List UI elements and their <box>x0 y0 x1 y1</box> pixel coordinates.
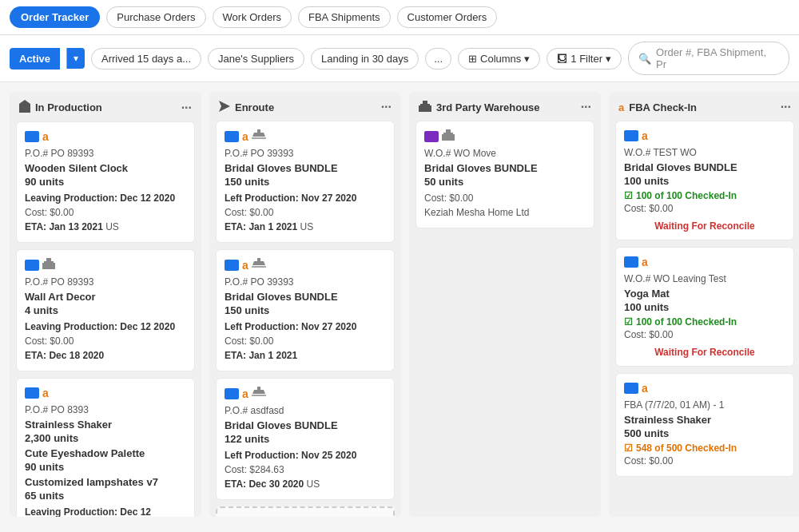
col-header-in-production: In Production··· <box>10 92 201 121</box>
blue-square-icon <box>624 130 638 141</box>
filter-bar: Active ▾ Arrived 15 days a... Jane's Sup… <box>0 35 799 82</box>
card-in-production-1[interactable]: P.O.# PO 89393Wall Art Decor4 unitsLeavi… <box>16 249 195 371</box>
card-detail-line: Left Production: Nov 27 2020 <box>225 320 386 334</box>
card-detail-line: Cost: $0.00 <box>25 205 186 220</box>
card-fba-check-in-2[interactable]: aFBA (7/7/20, 01 AM) - 1Strainless Shake… <box>615 373 794 477</box>
check-green-icon: ☑ <box>624 190 633 201</box>
columns-button[interactable]: ⊞ Columns ▾ <box>458 48 540 69</box>
card-units: 100 units <box>624 301 785 313</box>
card-po-label: P.O.# PO 89393 <box>25 148 186 159</box>
check-green-icon: ☑ <box>624 316 633 328</box>
svg-rect-7 <box>419 105 431 112</box>
card-title: Bridal Gloves BUNDLE <box>624 161 785 173</box>
customer-orders-tab[interactable]: Customer Orders <box>397 6 498 28</box>
card-extra-units: 90 units <box>25 461 186 473</box>
card-units: 50 units <box>424 176 586 188</box>
blue-square-icon <box>25 387 39 399</box>
blue-square-icon <box>225 388 239 399</box>
kanban-col-in-production: In Production···aP.O.# PO 89393Wooden Si… <box>10 92 201 517</box>
card-details: Leaving Production: Dec 12 2020Cost: $0.… <box>25 191 186 234</box>
card-icons-0 <box>424 129 586 143</box>
more-filters-button[interactable]: ... <box>425 48 451 69</box>
card-title: Bridal Gloves BUNDLE <box>225 291 386 303</box>
col-title-fba-check-in: FBA Check-In <box>629 101 697 113</box>
card-in-production-0[interactable]: aP.O.# PO 89393Wooden Silent Clock90 uni… <box>16 121 195 243</box>
active-button[interactable]: Active <box>10 48 60 69</box>
svg-rect-2 <box>46 258 51 261</box>
amazon-icon: a <box>42 130 49 143</box>
card-units: 90 units <box>25 176 186 188</box>
col-more-button-in-production[interactable]: ··· <box>181 101 192 115</box>
card-details: Leaving Production: Dec 12 2020Cost: $0.… <box>25 320 186 363</box>
col-header-left-enroute: Enroute <box>219 101 274 114</box>
fba-shipments-tab[interactable]: FBA Shipments <box>298 6 391 28</box>
card-detail-line: Leaving Production: Dec 12 2020 <box>25 191 186 205</box>
col-title-3rd-party-warehouse: 3rd Party Warehouse <box>436 101 540 113</box>
col-header-enroute: Enroute··· <box>209 92 401 121</box>
card-in-production-2[interactable]: aP.O.# PO 8393Strainless Shaker2,300 uni… <box>16 378 195 517</box>
order-tracker-button[interactable]: Order Tracker <box>10 6 100 28</box>
card-icons-2: a <box>225 387 386 400</box>
card-details: Left Production: Nov 27 2020Cost: $0.00E… <box>225 191 386 234</box>
check-orange-icon: ☑ <box>624 443 633 454</box>
svg-rect-1 <box>44 261 54 263</box>
ship-icon <box>252 129 266 143</box>
purchase-orders-tab[interactable]: Purchase Orders <box>106 6 205 28</box>
card-units: 150 units <box>225 176 386 188</box>
cards-container-enroute: aP.O.# PO 39393Bridal Gloves BUNDLE150 u… <box>209 121 401 517</box>
card-detail-line: ETA: Jan 13 2021 US <box>25 220 186 234</box>
svg-rect-10 <box>442 134 455 141</box>
card-icons-2: a <box>25 387 186 399</box>
checked-in-label: ☑548 of 500 Checked-In <box>624 443 785 454</box>
card-detail-line: Cost: $0.00 <box>424 191 586 205</box>
card-icons-1: a <box>225 258 386 272</box>
filter-count-button[interactable]: ⛾ 1 Filter ▾ <box>547 48 622 69</box>
col-title-enroute: Enroute <box>235 101 274 113</box>
card-3rd-party-warehouse-0[interactable]: W.O.# WO MoveBridal Gloves BUNDLE50 unit… <box>415 121 594 228</box>
card-icons-2: a <box>624 382 785 395</box>
col-header-left-3rd-party-warehouse: 3rd Party Warehouse <box>419 101 540 114</box>
suppliers-filter-button[interactable]: Jane's Suppliers <box>208 48 304 69</box>
card-detail-line: ETA: Dec 18 2020 <box>25 348 186 363</box>
card-enroute-3[interactable] <box>216 506 395 517</box>
landing-filter-button[interactable]: Landing in 30 days <box>311 48 419 69</box>
card-po-label: W.O.# WO Leaving Test <box>624 273 785 284</box>
card-fba-check-in-0[interactable]: aW.O.# TEST WOBridal Gloves BUNDLE100 un… <box>615 121 794 240</box>
card-details: Left Production: Nov 27 2020Cost: $0.00E… <box>225 320 386 363</box>
blue-square-icon <box>225 131 239 142</box>
search-box[interactable]: 🔍 Order #, FBA Shipment, Pr <box>628 42 789 75</box>
col-more-button-enroute[interactable]: ··· <box>381 100 392 114</box>
card-po-label: P.O.# PO 39393 <box>225 148 386 159</box>
card-title: Yoga Mat <box>624 288 785 300</box>
kanban-board: In Production···aP.O.# PO 89393Wooden Si… <box>0 82 799 526</box>
svg-rect-0 <box>42 263 55 269</box>
checked-in-label: ☑100 of 100 Checked-In <box>624 190 785 201</box>
card-icons-1: a <box>624 256 785 268</box>
card-po-label: W.O.# TEST WO <box>624 147 785 158</box>
card-icons-0: a <box>225 129 386 143</box>
col-more-button-3rd-party-warehouse[interactable]: ··· <box>581 100 591 114</box>
blue-square-icon <box>25 260 39 271</box>
card-enroute-1[interactable]: aP.O.# PO 39393Bridal Gloves BUNDLE150 u… <box>216 249 395 371</box>
card-po-label: P.O.# asdfasd <box>225 405 386 416</box>
card-detail-line: ETA: Jan 1 2021 US <box>225 220 386 234</box>
col-more-button-fba-check-in[interactable]: ··· <box>781 100 791 114</box>
card-enroute-2[interactable]: aP.O.# asdfasdBridal Gloves BUNDLE122 un… <box>216 378 395 500</box>
card-units: 500 units <box>624 427 785 439</box>
blue-square-icon <box>225 260 239 271</box>
active-dropdown-button[interactable]: ▾ <box>66 48 85 69</box>
col-icon-in-production <box>19 100 30 115</box>
arrived-filter-button[interactable]: Arrived 15 days a... <box>91 48 201 69</box>
col-icon-enroute <box>219 101 230 114</box>
purple-square-icon <box>424 131 439 142</box>
card-po-label: W.O.# WO Move <box>424 148 586 159</box>
svg-rect-9 <box>423 101 427 104</box>
col-icon-3rd-party-warehouse <box>419 101 431 114</box>
card-fba-check-in-1[interactable]: aW.O.# WO Leaving TestYoga Mat100 units☑… <box>615 247 794 367</box>
card-details: Leaving Production: Dec 12 <box>25 505 186 517</box>
card-units: 2,300 units <box>25 432 186 444</box>
card-enroute-0[interactable]: aP.O.# PO 39393Bridal Gloves BUNDLE150 u… <box>216 121 395 243</box>
card-details: Left Production: Nov 25 2020Cost: $284.6… <box>225 448 386 491</box>
columns-chevron-icon: ▾ <box>524 53 530 65</box>
work-orders-tab[interactable]: Work Orders <box>213 6 292 28</box>
